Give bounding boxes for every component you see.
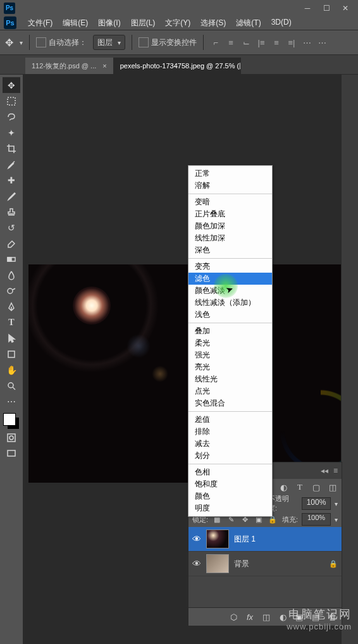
menu-item[interactable]: 3D(D) <box>266 16 297 30</box>
magic-wand-tool[interactable]: ✦ <box>3 125 20 140</box>
blend-mode-item[interactable]: 正片叠底 <box>188 208 272 220</box>
move-tool[interactable]: ✥ <box>3 77 20 93</box>
blend-mode-item[interactable]: 正常 <box>188 168 272 180</box>
eyedropper-tool[interactable] <box>3 156 20 172</box>
align-top-icon[interactable]: ⌐ <box>210 37 221 48</box>
filter-shape-icon[interactable]: ▢ <box>311 482 321 492</box>
history-brush-tool[interactable]: ↺ <box>3 220 20 235</box>
chevron-down-icon[interactable]: ▾ <box>335 500 338 507</box>
path-select-tool[interactable] <box>3 330 20 346</box>
visibility-icon[interactable]: 👁 <box>192 559 201 569</box>
quickmask-tool[interactable] <box>3 430 20 445</box>
blend-mode-item[interactable]: 线性加深 <box>188 232 272 244</box>
color-swatch[interactable] <box>3 413 20 430</box>
blend-mode-item[interactable]: 颜色加深 <box>188 220 272 232</box>
minimize-button[interactable]: ─ <box>299 3 316 14</box>
layer-group-icon[interactable]: ▣ <box>293 611 305 622</box>
layer-thumbnail[interactable] <box>206 554 229 573</box>
eraser-tool[interactable] <box>3 235 20 251</box>
screenmode-tool[interactable] <box>3 445 20 461</box>
align-bottom-icon[interactable]: ⌙ <box>240 37 252 48</box>
blend-mode-item[interactable]: 划分 <box>188 450 272 462</box>
blend-mode-item[interactable]: 线性减淡（添加） <box>188 297 272 309</box>
gradient-tool[interactable] <box>3 251 20 267</box>
align-right-icon[interactable]: ≡| <box>286 37 297 48</box>
blend-mode-item[interactable]: 亮光 <box>188 361 272 373</box>
shape-tool[interactable] <box>3 346 20 362</box>
blend-mode-item[interactable]: 柔光 <box>188 337 272 349</box>
layer-row[interactable]: 👁图层 1 <box>188 527 342 552</box>
layer-name[interactable]: 图层 1 <box>234 534 338 545</box>
document-tab[interactable]: pexels-photo-1734758.jpeg @ 27.5% (图层 1,… <box>114 58 241 74</box>
filter-adjust-icon[interactable]: ◐ <box>278 482 288 492</box>
blend-mode-item[interactable]: 变暗 <box>188 196 272 208</box>
blend-mode-item[interactable]: 滤色 <box>188 273 272 285</box>
blend-mode-item[interactable]: 饱和度 <box>188 478 272 490</box>
blend-mode-item[interactable]: 浅色 <box>188 309 272 321</box>
layer-name[interactable]: 背景 <box>234 559 324 569</box>
brush-tool[interactable] <box>3 188 20 204</box>
zoom-tool[interactable] <box>3 378 20 393</box>
marquee-tool[interactable] <box>3 93 20 109</box>
show-transform-checkbox[interactable]: 显示变换控件 <box>139 37 197 48</box>
panel-collapse-icon[interactable]: ◂◂ <box>321 466 328 475</box>
link-layers-icon[interactable]: ⬡ <box>228 611 239 622</box>
more-icon[interactable]: ⋯ <box>316 37 328 48</box>
blend-mode-item[interactable]: 排除 <box>188 426 272 438</box>
visibility-icon[interactable]: 👁 <box>192 534 201 544</box>
blend-mode-item[interactable]: 明度 <box>188 502 272 514</box>
opacity-input[interactable]: 100% <box>302 497 331 510</box>
auto-select-target-dropdown[interactable]: 图层▾ <box>93 35 125 50</box>
stamp-tool[interactable] <box>3 204 20 220</box>
blend-mode-item[interactable]: 减去 <box>188 438 272 450</box>
blend-mode-item[interactable]: 色相 <box>188 466 272 478</box>
distribute-icon[interactable]: ⋯ <box>301 37 312 48</box>
fill-input[interactable]: 100% <box>302 513 331 526</box>
crop-tool[interactable] <box>3 140 20 156</box>
new-layer-icon[interactable]: ▤ <box>310 611 321 622</box>
blend-mode-item[interactable]: 变亮 <box>188 261 272 273</box>
maximize-button[interactable]: ☐ <box>318 3 335 14</box>
chevron-down-icon[interactable]: ▾ <box>20 39 23 46</box>
blend-mode-item[interactable]: 强光 <box>188 349 272 361</box>
menu-item[interactable]: 选择(S) <box>195 16 231 30</box>
close-icon[interactable]: × <box>102 62 106 70</box>
align-vcenter-icon[interactable]: ≡ <box>225 37 237 48</box>
layer-thumbnail[interactable] <box>206 529 229 548</box>
menu-item[interactable]: 图像(I) <box>93 16 125 30</box>
menu-item[interactable]: 文字(Y) <box>160 16 195 30</box>
layer-mask-icon[interactable]: ◫ <box>261 611 272 622</box>
right-dock-strip[interactable] <box>341 75 358 644</box>
blend-mode-item[interactable]: 叠加 <box>188 325 272 337</box>
blend-mode-item[interactable]: 点光 <box>188 385 272 397</box>
toolbox-more[interactable]: ⋯ <box>3 393 20 409</box>
menu-item[interactable]: 滤镜(T) <box>231 16 266 30</box>
align-hcenter-icon[interactable]: ≡ <box>271 37 282 48</box>
blend-mode-item[interactable]: 溶解 <box>188 180 272 192</box>
delete-layer-icon[interactable]: 🗑 <box>326 611 338 622</box>
layer-row[interactable]: 👁背景🔒 <box>188 552 342 576</box>
document-tab[interactable]: 112-恢复的.psd @ ...× <box>25 58 114 74</box>
align-left-icon[interactable]: |≡ <box>256 37 267 48</box>
menu-item[interactable]: 图层(L) <box>126 16 161 30</box>
lasso-tool[interactable] <box>3 109 20 125</box>
menu-item[interactable]: 文件(F) <box>23 16 58 30</box>
healing-tool[interactable]: ✚ <box>3 172 20 188</box>
blend-mode-item[interactable]: 实色混合 <box>188 397 272 409</box>
blend-mode-item[interactable]: 颜色 <box>188 490 272 502</box>
filter-text-icon[interactable]: T <box>295 482 305 492</box>
blend-mode-item[interactable]: 深色 <box>188 244 272 256</box>
menu-item[interactable]: 编辑(E) <box>58 16 93 30</box>
blend-mode-item[interactable]: 颜色减淡 <box>188 285 272 297</box>
blur-tool[interactable] <box>3 267 20 283</box>
close-button[interactable]: ✕ <box>336 3 354 14</box>
blend-mode-item[interactable]: 差值 <box>188 414 272 426</box>
hand-tool[interactable]: ✋ <box>3 362 20 378</box>
blend-mode-item[interactable]: 线性光 <box>188 373 272 385</box>
dodge-tool[interactable] <box>3 283 20 299</box>
layer-fx-icon[interactable]: fx <box>244 611 256 622</box>
filter-smart-icon[interactable]: ◫ <box>328 482 338 492</box>
auto-select-checkbox[interactable]: 自动选择： <box>36 37 87 48</box>
text-tool[interactable]: T <box>3 314 20 330</box>
adjustment-layer-icon[interactable]: ◐ <box>277 611 288 622</box>
